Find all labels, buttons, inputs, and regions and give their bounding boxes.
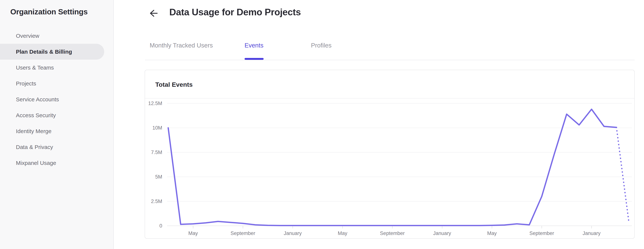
sidebar-item-plan-details-billing[interactable]: Plan Details & Billing xyxy=(0,44,104,60)
sidebar-item-data-privacy[interactable]: Data & Privacy xyxy=(0,139,104,155)
active-tab-underline xyxy=(244,58,264,60)
sidebar-title: Organization Settings xyxy=(10,7,88,16)
sidebar-item-mixpanel-usage[interactable]: Mixpanel Usage xyxy=(0,155,104,171)
y-axis-label: 2.5M xyxy=(151,199,162,204)
x-axis-label: May xyxy=(188,231,198,236)
x-axis-label: September xyxy=(230,231,255,236)
x-axis-label: January xyxy=(284,231,302,236)
sidebar-item-projects[interactable]: Projects xyxy=(0,75,104,91)
sidebar-item-users-teams[interactable]: Users & Teams xyxy=(0,60,104,75)
card-title: Total Events xyxy=(155,81,193,88)
organization-settings-page: Organization Settings OverviewPlan Detai… xyxy=(0,0,644,249)
x-axis-label: January xyxy=(433,231,451,236)
sidebar-nav: OverviewPlan Details & BillingUsers & Te… xyxy=(0,28,114,171)
x-axis-label: January xyxy=(583,231,601,236)
back-button[interactable] xyxy=(148,8,158,18)
chart-line-projected xyxy=(616,127,629,222)
chart-line xyxy=(168,109,616,226)
sidebar-item-overview[interactable]: Overview xyxy=(0,28,104,44)
total-events-line-chart: 02.5M5M7.5M10M12.5MMaySeptemberJanuaryMa… xyxy=(145,98,634,238)
total-events-card: Total Events 02.5M5M7.5M10M12.5MMaySepte… xyxy=(145,70,635,239)
page-title: Data Usage for Demo Projects xyxy=(169,7,301,17)
y-axis-label: 12.5M xyxy=(148,101,162,106)
sidebar-item-identity-merge[interactable]: Identity Merge xyxy=(0,123,104,139)
tab-monthly-tracked-users[interactable]: Monthly Tracked Users xyxy=(150,42,213,49)
x-axis-label: September xyxy=(380,231,405,236)
y-axis-label: 7.5M xyxy=(151,150,162,155)
x-axis-label: May xyxy=(487,231,497,236)
tab-events[interactable]: Events xyxy=(244,42,264,49)
y-axis-label: 0 xyxy=(160,223,162,229)
sidebar-item-access-security[interactable]: Access Security xyxy=(0,107,104,123)
tab-profiles[interactable]: Profiles xyxy=(311,42,332,49)
x-axis-label: September xyxy=(529,231,554,236)
left-arrow-icon xyxy=(148,16,158,19)
sidebar: Organization Settings OverviewPlan Detai… xyxy=(0,0,114,249)
tab-bar-divider xyxy=(145,60,635,60)
x-axis-label: May xyxy=(338,231,348,236)
y-axis-label: 10M xyxy=(152,125,162,131)
card-header: Total Events xyxy=(145,70,634,98)
sidebar-item-service-accounts[interactable]: Service Accounts xyxy=(0,91,104,107)
y-axis-label: 5M xyxy=(155,174,162,180)
